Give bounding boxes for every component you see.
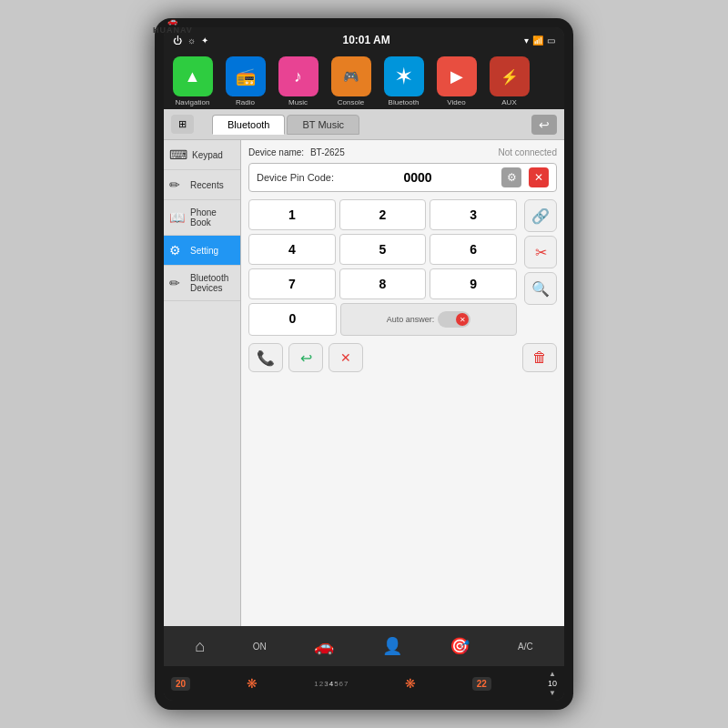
setting-icon: ⚙ — [169, 243, 186, 258]
ch2: 2 — [319, 680, 323, 688]
call-delete-button[interactable]: 🗑 — [522, 343, 557, 372]
tab-bt-music[interactable]: BT Music — [287, 115, 359, 135]
app-aux[interactable]: ⚡ AUX — [484, 56, 534, 106]
setting-label: Setting — [190, 246, 218, 256]
volume-down-button[interactable]: ▼ — [549, 689, 556, 697]
app-music[interactable]: ♪ Music — [273, 56, 323, 106]
volume-up-button[interactable]: ▲ — [549, 670, 556, 678]
tabs-container: Bluetooth BT Music — [212, 115, 359, 135]
tab-bluetooth[interactable]: Bluetooth — [212, 115, 285, 135]
search-button[interactable]: 🔍 — [524, 272, 557, 305]
screen: ⏻ ☼ ✦ 10:01 AM ▾ 📶 ▭ ▲ Navigation � — [164, 27, 564, 701]
content-split: ⌨ Keypad ✏ Recents 📖 Phone Book ⚙ — [164, 140, 564, 626]
app-console[interactable]: 🎮 Console — [326, 56, 376, 106]
temp-right-value: 22 — [472, 677, 491, 691]
console-icon: 🎮 — [331, 56, 371, 96]
sidebar-item-bluetooth-devices[interactable]: ✏ Bluetooth Devices — [164, 266, 240, 301]
temp-left-value: 20 — [171, 677, 190, 691]
status-bar: ⏻ ☼ ✦ 10:01 AM ▾ 📶 ▭ — [164, 27, 564, 53]
key-0[interactable]: 0 — [248, 303, 337, 336]
back-button[interactable]: ↩ — [531, 115, 557, 135]
navigation-label: Navigation — [176, 98, 210, 106]
auto-answer-label: Auto answer: — [387, 315, 435, 324]
bluetooth-icon: ✶ — [384, 56, 424, 96]
call-accept-button[interactable]: 📞 — [248, 343, 283, 372]
key-1[interactable]: 1 — [248, 199, 336, 230]
radio-label: Radio — [236, 98, 255, 106]
auto-answer-toggle[interactable]: ✕ — [438, 311, 470, 328]
connect-icon: 🔗 — [531, 207, 550, 225]
bottom-nav: ⌂ ON 🚗 👤 🎯 A/C — [164, 626, 564, 666]
call-decline-button[interactable]: ✕ — [329, 343, 363, 372]
fan-left: ❋ — [247, 676, 258, 691]
connect-button[interactable]: 🔗 — [524, 199, 557, 232]
brand-car-icon: 🚗 — [167, 16, 177, 25]
key-6[interactable]: 6 — [430, 234, 517, 265]
music-icon: ♪ — [278, 56, 318, 96]
brightness-icon: ☼ — [187, 35, 196, 46]
car-button[interactable]: 🚗 — [307, 632, 341, 660]
keypad-area: 1 2 3 4 5 6 7 8 9 — [248, 199, 557, 336]
app-navigation[interactable]: ▲ Navigation — [167, 56, 217, 106]
pin-row: Device Pin Code: 0000 ⚙ ✕ — [248, 163, 557, 192]
filter-button[interactable]: ⊞ — [171, 115, 194, 134]
call-accept2-icon: ↩ — [300, 349, 312, 367]
ch4: 4 — [329, 680, 333, 688]
pin-gear-button[interactable]: ⚙ — [501, 167, 521, 187]
ch6: 6 — [339, 680, 343, 688]
sidebar-item-setting[interactable]: ⚙ Setting — [164, 236, 240, 266]
person-button[interactable]: 👤 — [375, 632, 410, 660]
bluetooth-label: Bluetooth — [389, 98, 420, 106]
antenna-icon: ▾ — [524, 35, 529, 46]
keypad-grid: 1 2 3 4 5 6 7 8 9 — [248, 199, 517, 299]
delete-icon: 🗑 — [532, 349, 547, 366]
radio-icon: 📻 — [226, 56, 266, 96]
temp-right: 22 — [472, 677, 491, 691]
pin-value: 0000 — [341, 170, 494, 185]
app-video[interactable]: ▶ Video — [431, 56, 481, 106]
ch7: 7 — [344, 680, 348, 688]
brand-logo: 🚗 HUANAV — [153, 16, 193, 35]
disconnect-icon: ✂ — [535, 244, 547, 261]
device-frame: ⏻ ☼ ✦ 10:01 AM ▾ 📶 ▭ ▲ Navigation � — [155, 18, 573, 710]
home-button[interactable]: ⌂ — [187, 633, 212, 660]
phonebook-icon: 📖 — [169, 210, 186, 225]
app-bar: ▲ Navigation 📻 Radio ♪ Music 🎮 Console ✶ — [164, 53, 564, 109]
sidebar-item-recents[interactable]: ✏ Recents — [164, 170, 240, 200]
recents-label: Recents — [190, 180, 224, 190]
console-label: Console — [338, 98, 364, 106]
sidebar-item-keypad[interactable]: ⌨ Keypad — [164, 140, 240, 170]
sidebar-item-phonebook[interactable]: 📖 Phone Book — [164, 200, 240, 236]
ac-label[interactable]: A/C — [511, 638, 541, 655]
power-icon: ⏻ — [173, 35, 182, 46]
key-7[interactable]: 7 — [248, 268, 336, 299]
app-bluetooth[interactable]: ✶ Bluetooth — [379, 56, 429, 106]
key-5[interactable]: 5 — [339, 234, 427, 265]
aux-icon: ⚡ — [490, 56, 530, 96]
bluetooth-devices-label: Bluetooth Devices — [190, 273, 235, 293]
ch5: 5 — [334, 680, 338, 688]
toggle-knob: ✕ — [456, 313, 469, 326]
pin-delete-button[interactable]: ✕ — [529, 167, 549, 187]
call-decline-icon: ✕ — [340, 350, 351, 365]
key-8[interactable]: 8 — [339, 268, 427, 299]
auto-answer-row: Auto answer: ✕ — [340, 303, 517, 336]
toolbar: ⊞ Bluetooth BT Music ↩ — [164, 109, 564, 140]
key-2[interactable]: 2 — [339, 199, 427, 230]
bluetooth-devices-icon: ✏ — [169, 276, 186, 290]
video-label: Video — [447, 98, 465, 106]
app-radio[interactable]: 📻 Radio — [220, 56, 270, 106]
video-icon: ▶ — [437, 56, 477, 96]
key-3[interactable]: 3 — [430, 199, 517, 230]
keypad-icon: ⌨ — [169, 147, 187, 162]
battery-icon: ▭ — [547, 35, 555, 46]
music-label: Music — [288, 98, 308, 106]
call-accept2-button[interactable]: ↩ — [288, 343, 323, 372]
disconnect-button[interactable]: ✂ — [524, 236, 557, 268]
keypad-col: 1 2 3 4 5 6 7 8 9 — [248, 199, 517, 336]
wheel-button[interactable]: 🎯 — [442, 632, 477, 660]
brand-name: HUANAV — [153, 25, 193, 35]
action-buttons: 🔗 ✂ 🔍 — [524, 199, 557, 336]
key-4[interactable]: 4 — [248, 234, 336, 265]
key-9[interactable]: 9 — [430, 268, 517, 299]
